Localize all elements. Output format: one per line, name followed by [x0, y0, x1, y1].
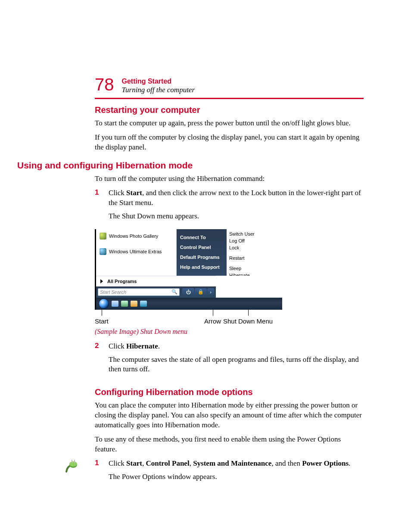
- section-title: Turning off the computer: [122, 86, 364, 94]
- program-item[interactable]: Windows Ultimate Extras: [98, 247, 174, 256]
- figure-caption: (Sample Image) Shut Down menu: [95, 328, 281, 336]
- header-rule: [95, 98, 364, 99]
- lock-icon: 🔒: [198, 289, 204, 295]
- all-programs-button[interactable]: All Programs: [96, 276, 216, 286]
- chevron-right-icon: ›: [210, 289, 212, 295]
- sample-image-shutdown-menu: Windows Photo Gallery Windows Ultimate E…: [95, 229, 281, 336]
- ultimate-extras-icon: [100, 248, 106, 255]
- step-text: Click Start, Control Panel, System and M…: [109, 459, 350, 469]
- taskbar-icon[interactable]: [121, 301, 128, 307]
- menu-item[interactable]: Restart: [229, 255, 280, 261]
- step-text: Click Hibernate.: [109, 342, 364, 352]
- taskbar: [96, 298, 282, 310]
- menu-item[interactable]: Connect To: [180, 235, 223, 240]
- menu-item[interactable]: Switch User: [229, 231, 280, 237]
- heading-restarting: Restarting your computer: [95, 105, 364, 115]
- menu-item[interactable]: Sleep: [229, 265, 280, 271]
- shutdown-arrow-button[interactable]: ›: [207, 288, 214, 296]
- heading-configuring-hibernation: Configuring Hibernation mode options: [95, 387, 364, 397]
- callout: Start: [95, 317, 109, 325]
- callout-labels: Start Arrow Shut Down Menu: [95, 310, 281, 327]
- start-orb-icon[interactable]: [99, 299, 109, 309]
- start-search-input[interactable]: Start Search 🔍: [98, 288, 180, 296]
- menu-item[interactable]: Lock: [229, 245, 280, 251]
- chapter-title: Getting Started: [122, 78, 364, 85]
- menu-item[interactable]: Control Panel: [180, 245, 223, 250]
- menu-item[interactable]: Help and Support: [180, 264, 223, 270]
- power-button[interactable]: ⏻: [182, 288, 194, 296]
- start-menu-screenshot: Windows Photo Gallery Windows Ultimate E…: [95, 229, 282, 310]
- taskbar-icon[interactable]: [140, 301, 147, 307]
- start-menu-right-pane: Connect To Control Panel Default Program…: [177, 229, 227, 276]
- paragraph: To turn off the computer using the Hiber…: [95, 174, 364, 184]
- program-item[interactable]: Windows Photo Gallery: [98, 232, 174, 240]
- svg-rect-2: [72, 460, 72, 463]
- step-number: 1: [95, 188, 100, 225]
- step-text: The computer saves the state of all open…: [109, 355, 364, 375]
- paragraph: To use any of these methods, you first n…: [95, 435, 364, 454]
- shutdown-submenu: Switch User Log Off Lock Restart Sleep H…: [227, 229, 282, 276]
- step-1a: 1 Click Start, and then click the arrow …: [95, 188, 364, 225]
- step-number: 1: [95, 459, 100, 485]
- step-2a: 2 Click Hibernate. The computer saves th…: [95, 342, 364, 378]
- step-text: Click Start, and then click the arrow ne…: [109, 188, 364, 208]
- taskbar-icon[interactable]: [112, 301, 118, 307]
- page-number: 78: [95, 76, 114, 93]
- menu-item[interactable]: Log Off: [229, 238, 280, 244]
- step-text: The Power Options window appears.: [109, 472, 350, 482]
- power-icon: ⏻: [186, 289, 191, 295]
- power-plug-icon: [65, 459, 80, 474]
- power-options-margin-icon: [65, 459, 80, 476]
- callout: Arrow: [204, 317, 221, 325]
- taskbar-icon[interactable]: [131, 301, 137, 307]
- step-number: 2: [95, 342, 100, 378]
- svg-rect-3: [74, 460, 75, 463]
- callout: Shut Down Menu: [223, 317, 273, 325]
- start-menu-left-pane: Windows Photo Gallery Windows Ultimate E…: [96, 229, 177, 276]
- photo-gallery-icon: [100, 233, 106, 240]
- step-text: The Shut Down menu appears.: [109, 212, 364, 221]
- manual-page: 78 Getting Started Turning off the compu…: [0, 0, 411, 514]
- svg-point-1: [69, 461, 77, 467]
- heading-hibernation: Using and configuring Hibernation mode: [17, 160, 364, 171]
- paragraph: To start the computer up again, press th…: [95, 118, 364, 128]
- menu-item[interactable]: Default Programs: [180, 255, 223, 260]
- paragraph: You can place the computer into Hibernat…: [95, 401, 364, 430]
- paragraph: If you turn off the computer by closing …: [95, 133, 364, 152]
- step-1c: 1 Click Start, Control Panel, System and…: [95, 459, 364, 485]
- triangle-right-icon: [100, 279, 103, 283]
- search-icon: 🔍: [171, 289, 177, 295]
- lock-button[interactable]: 🔒: [195, 288, 207, 296]
- running-header: 78 Getting Started Turning off the compu…: [95, 77, 364, 94]
